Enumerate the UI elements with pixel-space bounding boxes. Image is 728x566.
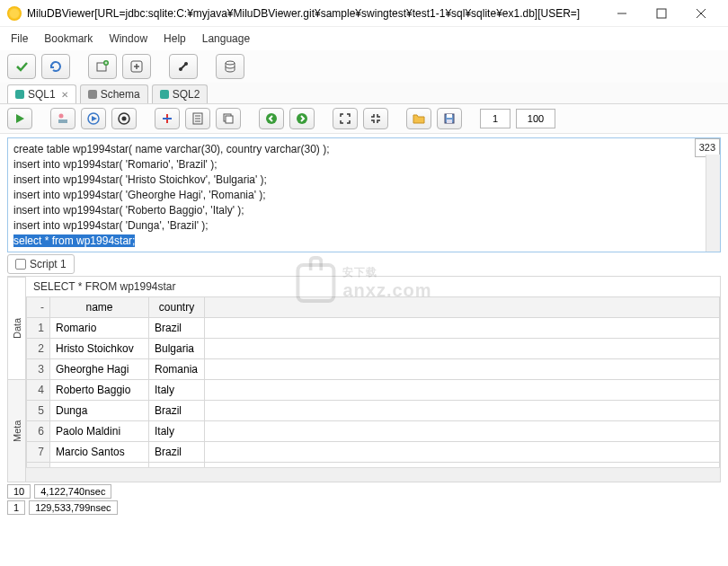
cell-empty [205, 339, 720, 359]
menu-language[interactable]: Language [202, 32, 250, 45]
next-button[interactable] [289, 108, 315, 129]
add-button[interactable] [122, 54, 151, 79]
result-query: SELECT * FROM wp1994star [26, 277, 720, 296]
timing1-time: 4,122,740nsec [34, 484, 111, 499]
commit-button[interactable] [7, 54, 36, 79]
schema-icon [88, 90, 97, 99]
editor-line: insert into wp1994star( 'Roberto Baggio'… [13, 203, 715, 218]
timing1-count: 10 [7, 484, 31, 499]
col-country[interactable]: country [149, 297, 205, 318]
cell-empty [205, 401, 720, 421]
col-name[interactable]: name [50, 297, 149, 318]
table-row[interactable]: 4Roberto BaggioItaly [27, 380, 720, 401]
prev-button[interactable] [259, 108, 284, 129]
tab-sql2-label: SQL2 [173, 88, 200, 101]
window-title: MiluDBViewer[URL=jdbc:sqlite:C:¥myjava¥M… [27, 7, 602, 20]
result-scrollbar[interactable] [26, 467, 720, 482]
cell-empty [205, 318, 720, 339]
svg-marker-14 [16, 114, 24, 123]
col-dash[interactable]: - [27, 297, 50, 318]
connect-button[interactable] [169, 54, 198, 79]
cell-name: Roberto Baggio [50, 380, 149, 401]
cell-empty [205, 359, 720, 380]
svg-rect-1 [657, 9, 666, 18]
minimize-button[interactable] [602, 1, 642, 26]
explain-button[interactable] [50, 108, 75, 129]
table-row[interactable]: 3Gheorghe HagiRomania [27, 359, 720, 380]
cell-country: Bulgaria [149, 339, 205, 359]
rows-input[interactable] [516, 109, 555, 128]
cell-name: Marcio Santos [50, 442, 149, 463]
svg-point-15 [59, 114, 64, 119]
script-tabs: Script 1 [0, 254, 728, 274]
cell-country: Italy [149, 421, 205, 442]
menu-window[interactable]: Window [109, 32, 147, 45]
table-row[interactable]: 1RomarioBrazil [27, 318, 720, 339]
editor-scrollbar[interactable] [706, 155, 720, 252]
svg-rect-33 [447, 119, 452, 123]
table-row[interactable]: 2Hristo StoichkovBulgaria [27, 339, 720, 359]
menu-bookmark[interactable]: Bookmark [44, 32, 93, 45]
editor-line: create table wp1994star( name varchar(30… [13, 142, 715, 157]
tab-sql2[interactable]: SQL2 [152, 84, 209, 103]
open-folder-button[interactable] [406, 108, 431, 129]
row-number: 1 [27, 318, 50, 339]
rollback-button[interactable] [41, 54, 70, 79]
close-icon[interactable]: ✕ [61, 90, 68, 100]
menu-file[interactable]: File [11, 32, 28, 45]
tab-script1[interactable]: Script 1 [7, 254, 75, 274]
menu-help[interactable]: Help [164, 32, 186, 45]
svg-point-12 [184, 62, 188, 66]
svg-rect-32 [447, 114, 452, 118]
copy-button[interactable] [216, 108, 241, 129]
cell-country: Romania [149, 359, 205, 380]
main-toolbar [0, 50, 728, 83]
svg-point-29 [266, 113, 277, 124]
tab-schema[interactable]: Schema [80, 84, 148, 103]
timing2-count: 1 [7, 500, 25, 515]
sql-icon [160, 90, 169, 99]
tab-sql1-label: SQL1 [28, 88, 56, 101]
database-button[interactable] [216, 54, 244, 79]
result-grid[interactable]: - name country 1RomarioBrazil2Hristo Sto… [26, 296, 720, 467]
close-button[interactable] [681, 1, 721, 26]
col-empty [205, 297, 720, 318]
sidetab-data[interactable]: Data [8, 277, 25, 379]
timing2-time: 129,533,799nsec [29, 500, 117, 515]
collapse-button[interactable] [363, 108, 388, 129]
new-tab-button[interactable] [88, 54, 117, 79]
sql-editor[interactable]: 323 create table wp1994star( name varcha… [7, 137, 721, 252]
row-number: 7 [27, 442, 50, 463]
sidetab-meta[interactable]: Meta [8, 379, 25, 482]
editor-line: insert into wp1994star( 'Romario', 'Braz… [13, 157, 715, 172]
save-button[interactable] [437, 108, 462, 129]
editor-line: insert into wp1994star( 'Dunga', 'Brazil… [13, 218, 715, 234]
app-icon [7, 6, 22, 21]
svg-point-20 [122, 117, 127, 121]
cell-name: Paolo Maldini [50, 421, 149, 442]
maximize-button[interactable] [642, 1, 681, 26]
table-row[interactable]: 5DungaBrazil [27, 401, 720, 421]
open-script-button[interactable] [185, 108, 210, 129]
svg-rect-16 [58, 119, 67, 123]
run-all-button[interactable] [111, 108, 137, 129]
editor-line: insert into wp1994star( 'Hristo Stoichko… [13, 172, 715, 188]
cell-empty [205, 380, 720, 401]
expand-button[interactable] [333, 108, 358, 129]
table-row[interactable]: 7Marcio SantosBrazil [27, 442, 720, 463]
row-number: 5 [27, 401, 50, 421]
row-number: 3 [27, 359, 50, 380]
run-button[interactable] [7, 108, 32, 129]
cell-country: Brazil [149, 318, 205, 339]
row-number: 4 [27, 380, 50, 401]
page-input[interactable] [480, 109, 510, 128]
row-number: 6 [27, 421, 50, 442]
tab-schema-label: Schema [101, 88, 140, 101]
svg-point-11 [179, 67, 182, 71]
table-row[interactable]: 6Paolo MaldiniItaly [27, 421, 720, 442]
run-step-button[interactable] [81, 108, 106, 129]
tab-sql1[interactable]: SQL1✕ [7, 84, 76, 103]
new-script-button[interactable] [155, 108, 180, 129]
editor-selection: select * from wp1994star; [13, 234, 135, 247]
cell-empty [205, 442, 720, 463]
